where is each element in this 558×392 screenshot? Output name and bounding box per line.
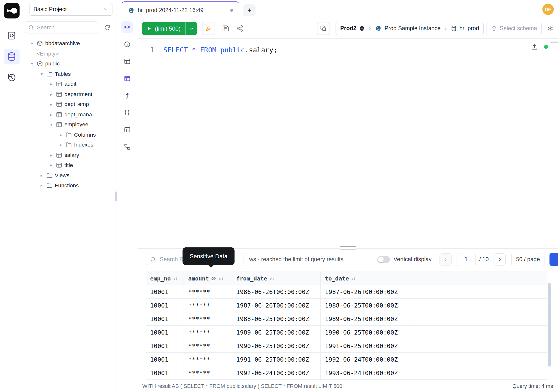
sidebar-search-input[interactable]	[36, 24, 95, 31]
run-query-button[interactable]: (limit 500)	[142, 22, 197, 35]
column-header-from_date[interactable]: from_date	[232, 272, 321, 285]
tree-item[interactable]: ▸ title	[23, 160, 116, 170]
strip-item-info[interactable]	[122, 38, 133, 50]
connection-breadcrumb[interactable]: Prod2 Prod Sample Instance hr_prod	[336, 22, 484, 35]
page-size-dropdown[interactable]: 50 / page	[511, 253, 544, 266]
column-header-amount[interactable]: amount	[184, 272, 232, 285]
tree-item[interactable]: ▸ Views	[23, 170, 116, 181]
tree-item[interactable]: ▸ Functions	[23, 181, 116, 191]
app-window: Basic Project ▾ bbdataarchive <Empty> ▾ …	[0, 0, 558, 392]
column-header-to_date[interactable]: to_date	[321, 272, 411, 285]
table-cell[interactable]: ******	[184, 285, 232, 299]
table-row[interactable]: 10001******1986-06-26T00:00:00Z1987-06-2…	[146, 285, 547, 299]
table-cell[interactable]: ******	[184, 326, 232, 339]
table-row[interactable]: 10001******1990-06-25T00:00:00Z1991-06-2…	[146, 339, 547, 353]
tree-item[interactable]: ▾ bbdataarchive	[23, 38, 116, 49]
rail-item-database[interactable]	[4, 49, 19, 64]
strip-item-sql-panel[interactable]: <>	[122, 21, 133, 33]
tree-item[interactable]: ▾ employee	[23, 120, 116, 130]
tree-item[interactable]: ▸ Columns	[23, 130, 116, 140]
project-selector[interactable]: Basic Project	[29, 3, 113, 16]
table-cell[interactable]: 1988-06-25T00:00:00Z	[232, 312, 321, 326]
strip-item-schema-editor[interactable]	[122, 73, 133, 84]
sql-editor[interactable]: 1 SELECT * FROM public.salary;	[138, 39, 558, 244]
strip-item-tables[interactable]	[122, 55, 133, 67]
table-row[interactable]: 10001******1988-06-25T00:00:00Z1989-06-2…	[146, 312, 547, 326]
table-cell[interactable]: 1990-06-25T00:00:00Z	[321, 326, 411, 339]
table-row[interactable]: 10001******1989-06-25T00:00:00Z1990-06-2…	[146, 326, 547, 339]
current-page-input[interactable]: 1	[456, 253, 476, 266]
share-sheet-button[interactable]	[236, 25, 244, 32]
tree-item[interactable]: ▸ Indexes	[23, 140, 116, 150]
table-cell[interactable]: 10001	[146, 299, 184, 312]
tree-item[interactable]: ▸ dept_emp	[23, 99, 116, 109]
editor-scrollbar[interactable]	[550, 42, 558, 43]
rail-item-history[interactable]	[4, 70, 19, 86]
save-sheet-button[interactable]	[222, 25, 229, 32]
table-cell[interactable]: ******	[184, 366, 232, 380]
ai-assistant-button[interactable]	[547, 25, 554, 32]
sort-icon[interactable]	[218, 276, 224, 281]
table-cell[interactable]: 1991-06-25T00:00:00Z	[232, 353, 321, 366]
table-cell[interactable]: 1992-06-24T00:00:00Z	[232, 366, 321, 380]
table-cell[interactable]: 10001	[146, 339, 184, 353]
table-row[interactable]: 10001******1987-06-26T00:00:00Z1988-06-2…	[146, 299, 547, 312]
sensitive-data-tooltip: Sensitive Data	[183, 247, 235, 265]
sidebar-resize-handle[interactable]	[115, 192, 117, 201]
sort-icon[interactable]	[173, 276, 178, 281]
tree-item[interactable]: ▾ public	[23, 59, 116, 69]
sort-icon[interactable]	[269, 276, 275, 281]
table-cell[interactable]: 1993-06-24T00:00:00Z	[321, 366, 411, 380]
table-row[interactable]: 10001******1992-06-24T00:00:00Z1993-06-2…	[146, 366, 547, 380]
tree-item[interactable]: ▸ audit	[23, 79, 116, 89]
next-page-button[interactable]	[494, 253, 506, 266]
splitter-grip-icon[interactable]	[340, 246, 356, 250]
tree-item[interactable]: ▸ department	[23, 89, 116, 99]
user-avatar[interactable]: DE	[542, 4, 554, 15]
tab-active-worksheet[interactable]: hr_prod 2024-11-22 16:49	[122, 1, 239, 18]
wrench-icon	[205, 25, 212, 32]
sidebar-search[interactable]	[25, 21, 98, 33]
tree-item[interactable]: ▸ dept_mana...	[23, 109, 116, 120]
table-cell[interactable]: 1987-06-26T00:00:00Z	[321, 285, 411, 299]
table-cell[interactable]: 1988-06-25T00:00:00Z	[321, 299, 411, 312]
run-options-caret[interactable]	[186, 22, 197, 35]
vertical-display-toggle[interactable]	[377, 256, 390, 263]
table-cell[interactable]: ******	[184, 299, 232, 312]
table-cell[interactable]: 10001	[146, 366, 184, 380]
tree-item[interactable]: ▸ salary	[23, 150, 116, 160]
tree-item[interactable]: <Empty>	[23, 49, 116, 59]
table-cell[interactable]: 1987-06-26T00:00:00Z	[232, 299, 321, 312]
upload-icon[interactable]	[531, 43, 538, 50]
table-cell[interactable]: 10001	[146, 285, 184, 299]
table-cell[interactable]: 1991-06-25T00:00:00Z	[321, 339, 411, 353]
table-cell[interactable]: 1989-06-25T00:00:00Z	[232, 326, 321, 339]
table-cell[interactable]: ******	[184, 353, 232, 366]
sort-icon[interactable]	[351, 276, 357, 281]
admin-mode-button[interactable]	[202, 22, 215, 35]
select-schema-dropdown[interactable]: Select schema	[487, 22, 541, 35]
results-scrollbar[interactable]	[548, 283, 551, 367]
tree-item[interactable]: ▾ Tables	[23, 69, 116, 79]
table-cell[interactable]: ******	[184, 312, 232, 326]
strip-item-schema-diagram[interactable]	[122, 141, 133, 152]
clipped-action-button[interactable]	[549, 253, 558, 266]
column-header-emp_no[interactable]: emp_no	[146, 272, 184, 285]
strip-item-external-tables[interactable]	[122, 124, 133, 135]
table-cell[interactable]: ******	[184, 339, 232, 353]
prev-page-button[interactable]	[439, 253, 451, 266]
table-cell[interactable]: 1992-06-24T00:00:00Z	[321, 353, 411, 366]
new-tab-button[interactable]: +	[244, 4, 256, 17]
strip-item-functions[interactable]: ƒ	[122, 90, 133, 101]
strip-item-procedures[interactable]: ()	[122, 107, 133, 118]
table-cell[interactable]: 10001	[146, 312, 184, 326]
table-row[interactable]: 10001******1991-06-25T00:00:00Z1992-06-2…	[146, 353, 547, 366]
table-cell[interactable]: 1986-06-26T00:00:00Z	[232, 285, 321, 299]
copy-connection-button[interactable]	[317, 22, 330, 35]
table-cell[interactable]: 1990-06-25T00:00:00Z	[232, 339, 321, 353]
table-cell[interactable]: 1989-06-25T00:00:00Z	[321, 312, 411, 326]
table-cell[interactable]: 10001	[146, 326, 184, 339]
refresh-schema-button[interactable]	[102, 22, 113, 33]
table-cell[interactable]: 10001	[146, 353, 184, 366]
rail-item-worksheet[interactable]	[4, 28, 19, 44]
